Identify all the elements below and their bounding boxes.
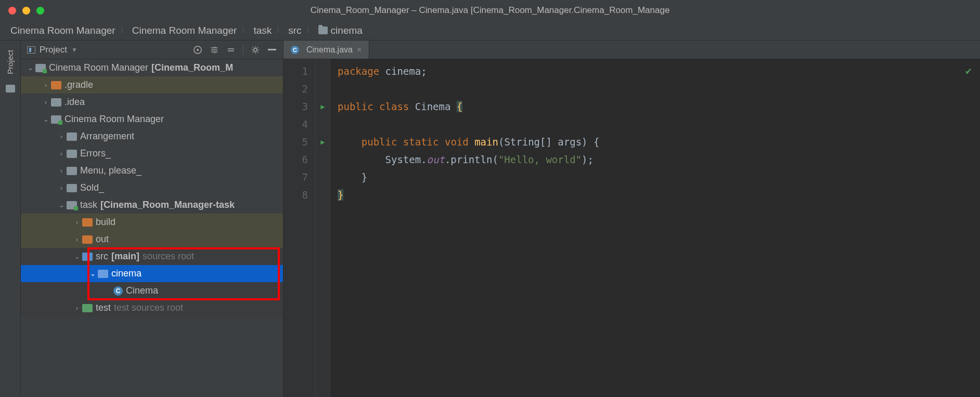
chevron-right-icon: 〉: [306, 25, 314, 36]
tree-label-bold: [main]: [111, 251, 139, 262]
editor-tab-bar: C Cinema.java ×: [283, 41, 980, 59]
project-panel: Project ▼ ⌄ Cinema Room Manager [Cinema_…: [21, 41, 283, 397]
project-tool-tab[interactable]: Project: [4, 46, 17, 78]
chevron-right-icon[interactable]: ›: [72, 235, 82, 243]
chevron-right-icon[interactable]: ›: [56, 167, 67, 175]
chevron-down-icon[interactable]: ⌄: [25, 64, 35, 72]
breadcrumb-item[interactable]: Cinema Room Manager: [10, 25, 115, 36]
folder-icon: [51, 81, 61, 89]
project-tree[interactable]: ⌄ Cinema Room Manager [Cinema_Room_M › .…: [21, 59, 283, 397]
run-icon[interactable]: ▶: [316, 98, 330, 115]
tree-label: .gradle: [65, 80, 93, 90]
folder-icon: [82, 218, 93, 227]
panel-header: Project ▼: [21, 41, 283, 59]
line-number: 5: [283, 133, 308, 151]
package-icon: [98, 270, 108, 278]
close-icon[interactable]: ×: [357, 45, 362, 55]
panel-title: Project: [40, 45, 67, 55]
tree-item-task[interactable]: ⌄ task [Cinema_Room_Manager-task: [21, 196, 283, 214]
tree-label: Sold_: [80, 182, 104, 193]
folder-icon: [67, 167, 77, 175]
chevron-right-icon[interactable]: ›: [56, 184, 67, 192]
collapse-all-icon[interactable]: [226, 45, 236, 55]
run-icon[interactable]: ▶: [316, 133, 330, 151]
tree-item-gradle[interactable]: › .gradle: [21, 76, 283, 94]
chevron-right-icon[interactable]: ›: [72, 218, 82, 226]
tree-item-src[interactable]: ⌄ src [main] sources root: [21, 248, 283, 265]
chevron-down-icon[interactable]: ▼: [71, 46, 78, 54]
class-icon: C: [113, 286, 123, 296]
editor-tab[interactable]: C Cinema.java ×: [283, 41, 369, 59]
code-editor[interactable]: 1 2 3 4 5 6 7 8 ▶ ▶ package cine: [283, 59, 980, 397]
test-folder-icon: [82, 304, 93, 312]
tree-item-menu[interactable]: › Menu, please_: [21, 162, 283, 179]
gear-icon[interactable]: [251, 45, 260, 55]
check-icon[interactable]: ✔: [965, 64, 972, 77]
code-content[interactable]: package cinema; public class Cinema { pu…: [330, 59, 980, 397]
tree-item-sold[interactable]: › Sold_: [21, 179, 283, 196]
breadcrumb-item[interactable]: task: [253, 25, 272, 36]
tree-label: Menu, please_: [80, 165, 141, 176]
folder-icon: [67, 133, 77, 141]
tree-label: Cinema Room Manager: [65, 114, 164, 125]
tree-hint: test sources root: [114, 302, 183, 313]
chevron-right-icon[interactable]: ›: [72, 304, 82, 312]
module-icon: [67, 201, 77, 209]
module-icon: [35, 64, 46, 72]
locate-icon[interactable]: [193, 45, 202, 55]
chevron-right-icon: 〉: [241, 25, 249, 36]
chevron-down-icon[interactable]: ⌄: [72, 253, 82, 260]
editor-area: C Cinema.java × 1 2 3 4 5 6 7 8 ▶ ▶: [283, 41, 980, 397]
tree-label: build: [96, 217, 115, 228]
chevron-right-icon[interactable]: ›: [41, 81, 51, 89]
tree-item-idea[interactable]: › .idea: [21, 94, 283, 111]
tree-item-test[interactable]: › test test sources root: [21, 299, 283, 316]
folder-icon: [51, 98, 61, 107]
tree-label: .idea: [65, 97, 85, 108]
tree-item-arrangement[interactable]: › Arrangement: [21, 128, 283, 145]
tree-item-out[interactable]: › out: [21, 231, 283, 248]
line-number: 8: [283, 186, 308, 204]
tree-item-cinema-class[interactable]: C Cinema: [21, 282, 283, 299]
breadcrumb-item[interactable]: Cinema Room Manager: [132, 25, 237, 36]
breadcrumb-item[interactable]: cinema: [318, 25, 363, 36]
maximize-window-button[interactable]: [36, 7, 44, 15]
window-controls: [8, 7, 44, 15]
window-title: Cinema_Room_Manager – Cinema.java [Cinem…: [311, 5, 670, 16]
folder-icon[interactable]: [6, 85, 15, 92]
chevron-down-icon[interactable]: ⌄: [87, 270, 98, 277]
tree-label: Arrangement: [80, 131, 134, 142]
hide-icon[interactable]: [267, 45, 277, 55]
svg-rect-3: [268, 49, 276, 50]
tree-label: Cinema Room Manager: [49, 62, 148, 73]
tab-label: Cinema.java: [306, 45, 353, 55]
chevron-down-icon[interactable]: ⌄: [41, 115, 51, 123]
expand-all-icon[interactable]: [210, 45, 219, 55]
tree-label: out: [96, 234, 109, 245]
chevron-right-icon[interactable]: ›: [41, 98, 51, 106]
chevron-right-icon[interactable]: ›: [56, 150, 67, 157]
folder-icon: [318, 27, 328, 34]
tree-item-root[interactable]: ⌄ Cinema Room Manager [Cinema_Room_M: [21, 59, 283, 76]
tree-label: Cinema: [126, 285, 158, 296]
run-gutter: ▶ ▶: [316, 59, 330, 397]
breadcrumb-item[interactable]: src: [288, 25, 301, 36]
chevron-right-icon[interactable]: ›: [56, 133, 67, 140]
chevron-down-icon[interactable]: ⌄: [56, 201, 67, 209]
tree-label: task: [80, 200, 97, 210]
minimize-window-button[interactable]: [22, 7, 30, 15]
svg-point-2: [254, 48, 257, 51]
tree-item-build[interactable]: › build: [21, 214, 283, 231]
title-bar: Cinema_Room_Manager – Cinema.java [Cinem…: [0, 0, 980, 21]
tree-label: src: [96, 251, 108, 262]
project-view-icon: [27, 46, 35, 54]
breadcrumb-label: cinema: [331, 25, 363, 36]
divider: [243, 45, 243, 55]
tree-item-module[interactable]: ⌄ Cinema Room Manager: [21, 111, 283, 128]
tree-label: test: [96, 302, 111, 313]
tree-label: Errors_: [80, 148, 111, 159]
tree-item-cinema-package[interactable]: ⌄ cinema: [21, 265, 283, 282]
close-window-button[interactable]: [8, 7, 16, 15]
tool-window-strip: Project: [0, 41, 21, 397]
tree-item-errors[interactable]: › Errors_: [21, 145, 283, 162]
